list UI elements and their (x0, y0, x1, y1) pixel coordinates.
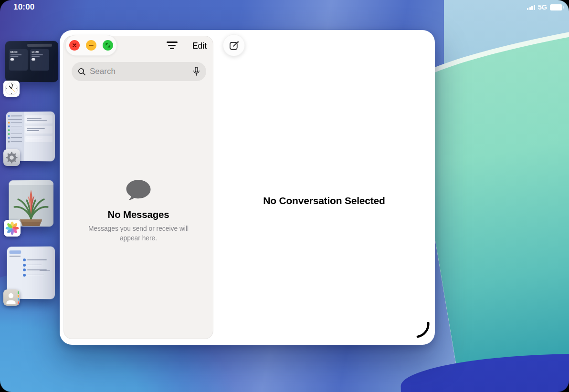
network-label: 5G (538, 3, 547, 11)
alarm-time: 08:00 (10, 51, 26, 53)
contacts-empty-hint (40, 270, 50, 271)
alarm-toggle (32, 58, 35, 61)
window-controls (65, 35, 117, 56)
close-icon (72, 43, 77, 48)
clock-segmented-control (27, 44, 52, 47)
alarm-time: 10:20 (32, 51, 48, 53)
photos-app-icon[interactable] (4, 220, 21, 237)
alarm-toggle (10, 58, 14, 60)
stage-thumbnail-clock[interactable]: 08:00 10:20 (5, 41, 58, 83)
empty-conversations-state: No Messages Messages you send or receive… (64, 179, 213, 243)
empty-title: No Messages (108, 209, 169, 220)
edit-button[interactable]: Edit (188, 40, 211, 52)
no-conversation-placeholder: No Conversation Selected (213, 195, 435, 206)
ipad-screen: 10:00 5G 08:00 10:20 (0, 0, 569, 392)
clock-app-icon[interactable] (3, 81, 20, 97)
contacts-selected-row (10, 250, 21, 254)
chat-bubble-icon (125, 179, 152, 202)
minimize-icon (89, 43, 94, 48)
resize-handle[interactable] (412, 322, 431, 341)
magnifier-icon (78, 68, 86, 76)
battery-icon (550, 4, 562, 10)
settings-app-icon[interactable] (3, 149, 20, 166)
search-bar[interactable] (72, 62, 206, 81)
compose-button[interactable] (223, 34, 245, 56)
search-input[interactable] (90, 67, 189, 76)
zoom-icon (105, 42, 111, 48)
status-time: 10:00 (13, 2, 34, 12)
contacts-app-icon[interactable] (3, 289, 20, 306)
messages-window: No Messages Messages you send or receive… (60, 30, 435, 345)
empty-subtitle: Messages you send or receive will appear… (82, 224, 195, 243)
status-right-cluster: 5G (527, 3, 562, 11)
settings-detail-pane (25, 115, 53, 144)
filter-button[interactable] (166, 40, 178, 51)
alarm-card: 10:20 (30, 49, 49, 71)
signal-bars-icon (527, 5, 535, 10)
zoom-button[interactable] (103, 40, 113, 51)
microphone-icon[interactable] (193, 67, 200, 76)
alarm-card: 08:00 (9, 49, 28, 71)
conversation-list-sidebar: No Messages Messages you send or receive… (63, 36, 213, 339)
close-button[interactable] (69, 40, 80, 51)
compose-icon (229, 40, 240, 51)
minimize-button[interactable] (86, 40, 96, 51)
